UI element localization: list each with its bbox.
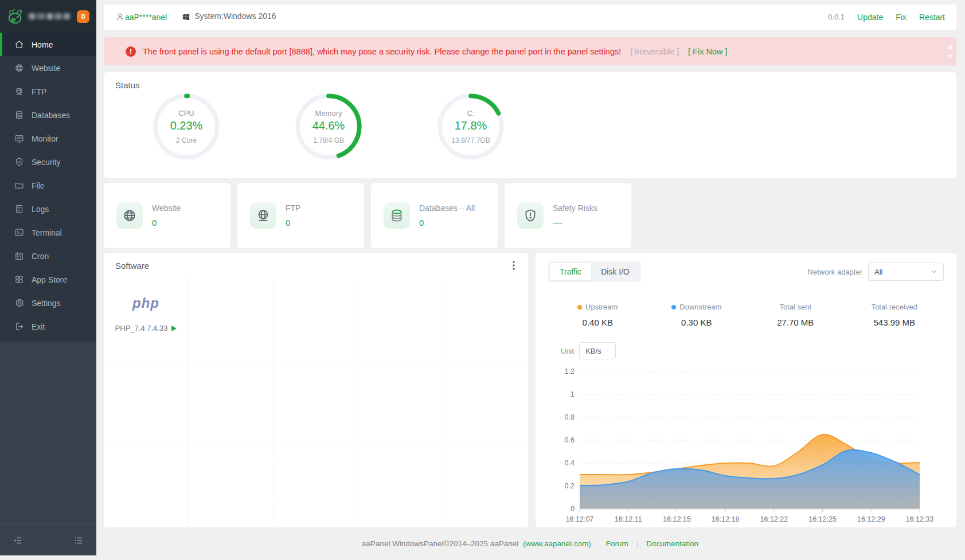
- app-grid-icon: [14, 275, 24, 284]
- card-text: Databases – All 0: [419, 203, 475, 228]
- collapse-sidebar-icon[interactable]: [13, 535, 23, 546]
- gauge-ring: C: 17.8% 13.8/77.7GB: [435, 91, 506, 162]
- dot-inactive[interactable]: [948, 54, 952, 58]
- forum-link[interactable]: Forum: [606, 539, 628, 548]
- tab-disk-io[interactable]: Disk I/O: [591, 263, 639, 280]
- traffic-area-chart: 00.20.40.60.811.2 16:12:0716:12:1116:12:…: [548, 363, 944, 528]
- software-cell-php: php PHP_7.4 7.4.33: [104, 279, 189, 362]
- stat-label: Total received: [872, 303, 917, 311]
- sidebar-item-label: File: [32, 181, 45, 190]
- system-info: System:Windows 2016: [182, 11, 276, 22]
- security-warning-banner: ! The front panel is using the default p…: [104, 37, 956, 66]
- gauge-c: C: 17.8% 13.8/77.7GB: [400, 91, 542, 162]
- panel-version: 0.0.1: [828, 13, 845, 21]
- irreversible-label: [ Irreversible ]: [630, 47, 679, 56]
- topbar-actions: 0.0.1 Update Fix Restart: [828, 13, 945, 22]
- tab-traffic[interactable]: Traffic: [550, 263, 591, 280]
- software-menu-kebab-icon[interactable]: [509, 260, 519, 271]
- sidebar-item-label: Security: [32, 158, 61, 167]
- update-link[interactable]: Update: [857, 13, 883, 22]
- server-name-blurred: [29, 13, 70, 19]
- footer-divider: |: [636, 539, 639, 548]
- documentation-link[interactable]: Documentation: [646, 539, 698, 548]
- shield-check-icon: [14, 157, 24, 167]
- php-logo[interactable]: php: [132, 295, 159, 311]
- main-content: aaP****anel System:Windows 2016 0.0.1 Up…: [96, 0, 965, 560]
- gauge-label: C:: [467, 109, 475, 118]
- sidebar-item-security[interactable]: Security: [0, 150, 96, 174]
- gear-icon: [14, 298, 24, 308]
- fix-now-link[interactable]: [ Fix Now ]: [688, 47, 727, 56]
- svg-text:0.2: 0.2: [565, 482, 575, 490]
- svg-text:16:12:25: 16:12:25: [808, 515, 837, 523]
- sidebar-item-website[interactable]: Website: [0, 56, 96, 80]
- card-value: 0: [419, 218, 475, 228]
- sidebar-filler: [0, 342, 96, 524]
- logo-strip: 0: [0, 0, 96, 33]
- software-cell-empty: [443, 445, 528, 528]
- site-link[interactable]: (www.aapanel.com): [523, 539, 591, 548]
- card-safety-risks[interactable]: Safety Risks ––: [505, 183, 631, 248]
- dot-active[interactable]: [948, 45, 952, 49]
- running-status-icon: [171, 326, 177, 331]
- gauge-label: Memory: [315, 109, 342, 118]
- sidebar-item-cron[interactable]: Cron: [0, 244, 96, 268]
- sidebar-item-ftp[interactable]: FTP: [0, 80, 96, 103]
- menu-list-icon[interactable]: [73, 535, 84, 546]
- page-footer: aaPanel WindowsPanel©2014–2025 aaPanel (…: [104, 527, 956, 560]
- sidebar-item-label: Monitor: [32, 134, 58, 143]
- software-cell-empty: [274, 279, 358, 362]
- aapanel-logo-icon: [7, 8, 24, 25]
- network-adapter-select[interactable]: All: [868, 263, 944, 281]
- gauge-subtext: 2 Core: [176, 136, 197, 144]
- globe-icon: [14, 63, 24, 73]
- copyright-text: aaPanel WindowsPanel©2014–2025 aaPanel: [362, 539, 518, 548]
- card-databases-all[interactable]: Databases – All 0: [371, 183, 498, 248]
- svg-text:16:12:15: 16:12:15: [663, 515, 691, 523]
- sidebar-item-terminal[interactable]: Terminal: [0, 221, 96, 244]
- summary-cards: Website 0 FTP 0 Databases – All 0 Safety…: [104, 183, 956, 248]
- svg-text:16:12:29: 16:12:29: [857, 515, 885, 523]
- card-title: FTP: [286, 203, 300, 213]
- chevron-down-icon: [931, 268, 937, 275]
- sidebar-item-databases[interactable]: Databases: [0, 103, 96, 127]
- system-label: System:Windows 2016: [194, 11, 276, 22]
- unit-select[interactable]: KB/s: [579, 342, 616, 359]
- software-cell-empty: [104, 362, 189, 445]
- message-count-badge[interactable]: 0: [77, 10, 89, 23]
- svg-text:16:12:18: 16:12:18: [712, 515, 740, 523]
- software-item-name[interactable]: PHP_7.4 7.4.33: [115, 324, 177, 332]
- stat-total-sent: Total sent 27.70 MB: [746, 303, 845, 327]
- card-website[interactable]: Website 0: [104, 183, 230, 248]
- software-cell-empty: [189, 279, 274, 362]
- legend-dot: [671, 305, 676, 310]
- svg-text:0.6: 0.6: [565, 436, 575, 444]
- software-cell-empty: [358, 362, 443, 445]
- monitor-icon: [14, 134, 24, 143]
- restart-link[interactable]: Restart: [919, 13, 945, 22]
- banner-pagination-dots: [948, 45, 952, 58]
- sidebar-item-exit[interactable]: Exit: [0, 315, 96, 338]
- unit-label: Unit: [561, 347, 574, 355]
- svg-text:0: 0: [571, 505, 575, 513]
- stat-downstream: Downstream 0.30 KB: [647, 303, 747, 327]
- sidebar-item-monitor[interactable]: Monitor: [0, 127, 96, 150]
- sidebar-item-settings[interactable]: Settings: [0, 291, 96, 315]
- stat-total-received: Total received 543.99 MB: [845, 303, 944, 327]
- card-ftp[interactable]: FTP 0: [237, 183, 364, 248]
- sidebar-item-label: App Store: [32, 275, 67, 284]
- stat-label: Total sent: [779, 303, 811, 311]
- gauge-ring: Memory 44.6% 1.78/4 GB: [293, 91, 364, 162]
- network-adapter-value: All: [874, 268, 882, 276]
- sidebar-item-logs[interactable]: Logs: [0, 197, 96, 221]
- software-cell-empty: [274, 362, 358, 445]
- username-link[interactable]: aaP****anel: [125, 13, 167, 22]
- gauge-cpu: CPU 0.23% 2 Core: [115, 91, 257, 162]
- gauge-memory: Memory 44.6% 1.78/4 GB: [257, 91, 400, 162]
- sidebar-item-file[interactable]: File: [0, 174, 96, 197]
- gauge-ring: CPU 0.23% 2 Core: [151, 91, 222, 162]
- sidebar-item-home[interactable]: Home: [0, 33, 96, 56]
- ftp-icon: [250, 202, 276, 229]
- fix-link[interactable]: Fix: [896, 13, 907, 22]
- sidebar-item-app-store[interactable]: App Store: [0, 268, 96, 291]
